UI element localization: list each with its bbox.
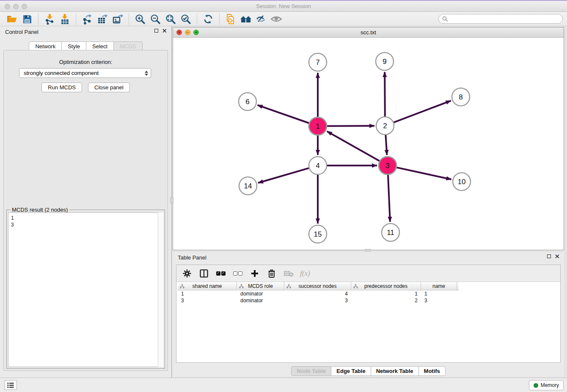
add-row-button[interactable]	[249, 268, 260, 279]
graph-node-label-3: 3	[385, 162, 389, 170]
optimization-criterion-select[interactable]: strongly connected component	[19, 68, 151, 78]
graph-node-label-1: 1	[316, 122, 319, 130]
tab-node-table[interactable]: Node Table	[291, 366, 331, 376]
open-folder-icon	[6, 14, 17, 25]
column-header-MCDS-role[interactable]: MCDS role	[237, 282, 284, 290]
table-panel-title: Table Panel	[178, 254, 206, 261]
node-table[interactable]: shared nameMCDS rolesuccessor nodesprede…	[176, 282, 560, 362]
close-panel-button[interactable]: Close panel	[88, 83, 130, 92]
network-window-titlebar[interactable]: × − + scc.txt	[173, 28, 564, 38]
column-header-name[interactable]: name	[421, 282, 457, 290]
column-layout-button[interactable]	[198, 268, 209, 279]
control-panel-header: Control Panel ✕	[0, 26, 171, 37]
edge-3-11[interactable]	[388, 175, 390, 222]
duplicate-network-icon	[225, 14, 236, 25]
edge-2-3[interactable]	[385, 135, 387, 155]
select-all-button[interactable]	[215, 268, 226, 279]
horizontal-splitter-handle[interactable]	[365, 249, 371, 251]
table-cell[interactable]: 2	[351, 297, 421, 304]
search-input[interactable]	[438, 14, 563, 24]
toolbar-separator	[219, 14, 220, 25]
float-panel-icon[interactable]	[154, 29, 158, 33]
table-header-row: shared nameMCDS rolesuccessor nodesprede…	[178, 282, 459, 290]
memory-status-icon	[534, 383, 538, 388]
float-panel-icon[interactable]	[547, 254, 551, 258]
delete-row-button[interactable]	[266, 268, 277, 279]
network-canvas[interactable]: 7968124314101511	[173, 38, 564, 250]
tab-motifs[interactable]: Motifs	[419, 366, 446, 376]
edge-3-1[interactable]	[327, 131, 380, 161]
table-cell[interactable]: 4	[284, 290, 351, 297]
search-icon	[442, 16, 448, 22]
select-stepper-icon	[143, 70, 149, 77]
edge-1-6[interactable]	[258, 105, 309, 123]
close-panel-icon[interactable]: ✕	[162, 28, 167, 33]
table-cell[interactable]: 1	[351, 290, 421, 297]
show-graphics-details-button[interactable]	[270, 13, 283, 25]
graph-node-label-14: 14	[244, 182, 252, 190]
tab-edge-table[interactable]: Edge Table	[331, 366, 371, 376]
table-row[interactable]: 3dominator323	[178, 297, 560, 304]
zoom-in-button[interactable]	[134, 13, 146, 25]
hide-graphics-icon	[256, 14, 267, 24]
function-builder-button[interactable]: f(x)	[300, 268, 310, 279]
run-mcds-button[interactable]: Run MCDS	[41, 83, 82, 92]
table-settings-button[interactable]	[182, 268, 193, 279]
table-body: 1dominator4113dominator323	[176, 290, 560, 304]
column-header-predecessor-nodes[interactable]: predecessor nodes	[351, 282, 421, 290]
export-table-button[interactable]	[96, 13, 109, 25]
edge-3-10[interactable]	[396, 168, 451, 179]
deselect-all-button[interactable]	[232, 268, 243, 279]
table-row[interactable]: 1dominator411	[178, 290, 560, 297]
edge-1-2[interactable]	[327, 126, 374, 126]
result-scrollbar[interactable]	[158, 213, 163, 367]
export-image-button[interactable]	[111, 13, 124, 25]
import-network-button[interactable]	[43, 13, 56, 25]
graph-node-label-15: 15	[314, 230, 322, 238]
open-session-button[interactable]	[6, 13, 18, 25]
zoom-out-button[interactable]	[149, 13, 162, 25]
optimization-criterion-label: Optimization criterion:	[4, 59, 168, 65]
mcds-result-text[interactable]: 1 3	[8, 213, 163, 367]
import-table-button[interactable]	[58, 13, 71, 25]
vertical-splitter-handle[interactable]	[170, 197, 173, 203]
zoom-selected-button[interactable]	[179, 13, 192, 25]
table-cell[interactable]: 3	[421, 297, 457, 304]
graph-node-label-6: 6	[245, 98, 249, 106]
zoom-selected-icon	[180, 14, 191, 25]
toolbar-separator	[38, 14, 39, 25]
table-cell[interactable]: 1	[178, 290, 237, 297]
column-header-shared-name[interactable]: shared name	[178, 282, 237, 290]
memory-button[interactable]: Memory	[529, 380, 564, 390]
edge-2-8[interactable]	[394, 101, 451, 122]
mcds-result-group: MCDS result (2 nodes) 1 3	[6, 210, 165, 369]
homes-icon	[240, 14, 252, 24]
tab-network-table[interactable]: Network Table	[371, 366, 419, 376]
graph-node-label-4: 4	[316, 162, 319, 170]
duplicate-network-button[interactable]	[224, 13, 237, 25]
save-session-button[interactable]	[21, 13, 33, 25]
table-cell[interactable]: dominator	[237, 297, 284, 304]
delete-table-button[interactable]	[283, 268, 294, 279]
memory-label: Memory	[541, 382, 559, 388]
table-cell[interactable]: dominator	[237, 290, 284, 297]
graph-node-label-2: 2	[383, 122, 387, 130]
hide-graphics-details-button[interactable]	[255, 13, 267, 25]
export-network-button[interactable]	[81, 13, 94, 25]
table-cell[interactable]: 3	[284, 297, 351, 304]
refresh-button[interactable]	[202, 13, 215, 25]
home-button[interactable]	[239, 13, 252, 25]
task-history-button[interactable]	[4, 380, 17, 390]
edge-2-9[interactable]	[385, 72, 385, 116]
save-disk-icon	[22, 14, 32, 24]
table-cell[interactable]: 1	[421, 290, 457, 297]
close-panel-icon[interactable]: ✕	[554, 254, 560, 259]
import-table-icon	[59, 14, 70, 25]
table-cell[interactable]: 3	[178, 297, 237, 304]
edge-4-14[interactable]	[258, 168, 309, 183]
column-header-successor-nodes[interactable]: successor nodes	[284, 282, 351, 290]
zoom-fit-button[interactable]	[164, 13, 177, 25]
export-network-icon	[82, 14, 93, 25]
column-type-icon	[286, 284, 291, 289]
column-type-icon	[239, 284, 244, 289]
